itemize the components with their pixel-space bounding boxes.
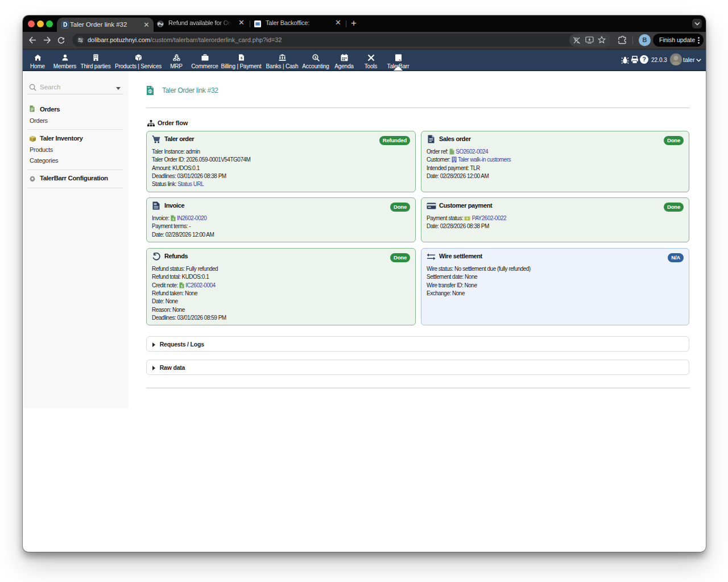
svg-text:D: D [63, 22, 67, 28]
svg-text:$: $ [149, 89, 151, 94]
